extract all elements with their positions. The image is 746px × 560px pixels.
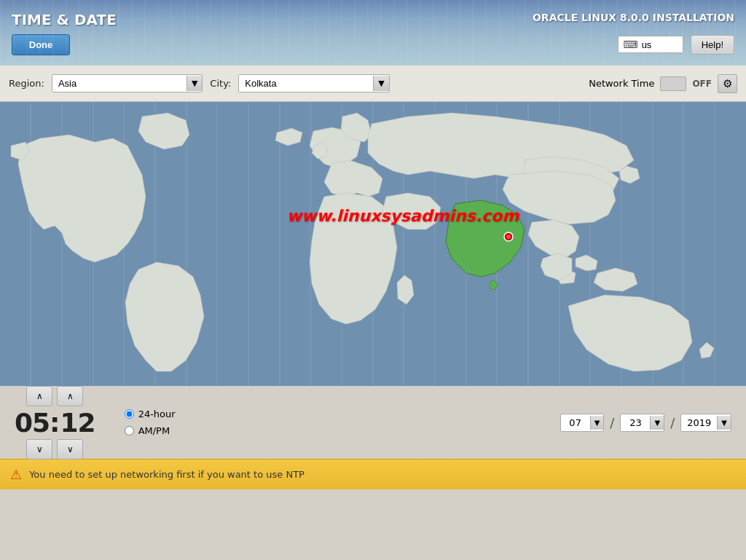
network-time-state: OFF: [692, 79, 712, 89]
network-time-section: Network Time OFF ⚙: [589, 74, 737, 93]
network-time-label: Network Time: [589, 78, 654, 89]
region-label: Region:: [9, 78, 44, 89]
region-select[interactable]: [52, 75, 186, 92]
month-display: 07: [561, 414, 590, 431]
help-button[interactable]: Help!: [691, 35, 734, 55]
format-24h-label[interactable]: 24-hour: [125, 409, 176, 419]
region-select-wrapper: ▼: [52, 74, 203, 92]
warning-bar: ⚠ You need to set up networking first if…: [0, 459, 746, 489]
time-controls: ∧ ∧ 05 : 12 ∨ ∨: [15, 386, 95, 460]
header: TIME & DATE Done ORACLE LINUX 8.0.0 INST…: [0, 0, 746, 66]
date-section: 07 ▼ / 23 ▼ / 2019 ▼: [560, 414, 731, 432]
minutes-up-button[interactable]: ∧: [57, 386, 83, 406]
format-24h-radio[interactable]: [125, 409, 134, 419]
year-select-wrapper: 2019 ▼: [680, 414, 731, 432]
time-down-arrows: ∨ ∨: [26, 439, 83, 460]
hours-down-button[interactable]: ∨: [26, 439, 52, 460]
header-left: TIME & DATE Done: [12, 11, 117, 55]
hours-up-button[interactable]: ∧: [26, 386, 52, 406]
header-right-col: ORACLE LINUX 8.0.0 INSTALLATION ⌨ Help!: [533, 12, 734, 55]
oracle-title: ORACLE LINUX 8.0.0 INSTALLATION: [533, 12, 734, 23]
time-section: ∧ ∧ 05 : 12 ∨ ∨ 24-hour AM/PM 07 ▼ / 23: [0, 386, 746, 459]
hours-display: 05: [15, 408, 50, 438]
city-label: City:: [210, 78, 231, 89]
page-title: TIME & DATE: [12, 11, 117, 28]
minutes-down-button[interactable]: ∨: [57, 439, 83, 460]
format-ampm-label[interactable]: AM/PM: [125, 425, 176, 436]
network-time-settings-button[interactable]: ⚙: [718, 74, 737, 93]
minutes-display: 12: [60, 408, 95, 438]
time-format-section: 24-hour AM/PM: [125, 409, 176, 436]
date-slash-1: /: [608, 415, 616, 430]
month-select-wrapper: 07 ▼: [560, 414, 605, 432]
year-dropdown-icon[interactable]: ▼: [717, 416, 731, 430]
time-up-arrows: ∧ ∧: [26, 386, 83, 406]
time-separator: :: [50, 408, 60, 438]
format-24h-text: 24-hour: [138, 409, 176, 419]
format-ampm-text: AM/PM: [138, 425, 170, 436]
controls-bar: Region: ▼ City: ▼ Network Time OFF ⚙: [0, 66, 746, 102]
warning-text: You need to set up networking first if y…: [29, 469, 305, 480]
day-dropdown-icon[interactable]: ▼: [650, 416, 664, 430]
city-select[interactable]: [239, 75, 373, 92]
year-display: 2019: [681, 414, 717, 431]
date-slash-2: /: [669, 415, 676, 430]
keyboard-icon: ⌨: [623, 39, 637, 50]
language-input-wrapper: ⌨: [618, 36, 683, 53]
city-select-wrapper: ▼: [238, 74, 389, 92]
month-dropdown-icon[interactable]: ▼: [590, 416, 604, 430]
warning-icon: ⚠: [10, 467, 22, 482]
format-ampm-radio[interactable]: [125, 426, 134, 435]
time-display: 05 : 12: [15, 408, 95, 438]
svg-point-25: [506, 234, 511, 239]
map-container[interactable]: www.linuxsysadmins.com: [0, 102, 746, 386]
region-dropdown-icon[interactable]: ▼: [186, 76, 202, 91]
done-button[interactable]: Done: [12, 34, 70, 55]
language-input[interactable]: [642, 39, 678, 50]
network-time-toggle[interactable]: [660, 76, 686, 91]
city-dropdown-icon[interactable]: ▼: [373, 76, 388, 91]
day-display: 23: [621, 414, 650, 431]
day-select-wrapper: 23 ▼: [620, 414, 664, 432]
